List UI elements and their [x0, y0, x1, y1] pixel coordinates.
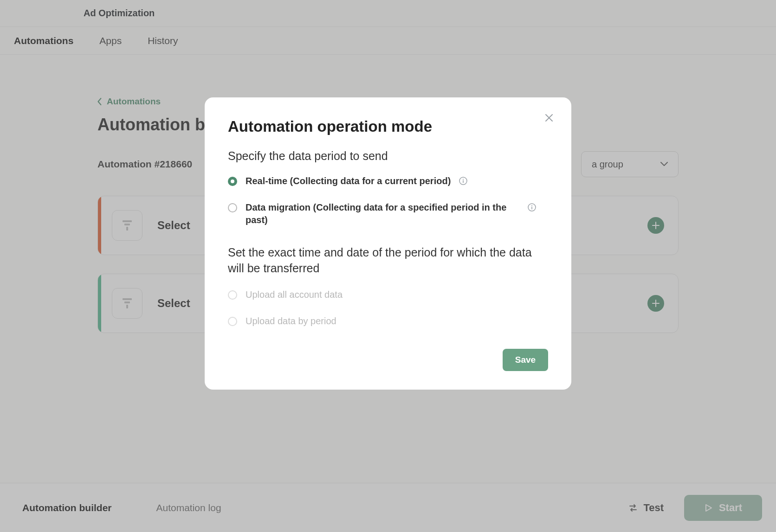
svg-rect-11 — [531, 207, 532, 210]
radio-input[interactable] — [228, 203, 237, 212]
operation-mode-modal: Automation operation mode Specify the da… — [205, 97, 571, 390]
radio-label: Real-time (Collecting data for a current… — [246, 175, 451, 187]
radio-label: Upload all account data — [246, 288, 343, 301]
info-icon[interactable] — [528, 203, 536, 212]
radio-input[interactable] — [228, 177, 237, 186]
radio-label: Upload data by period — [246, 315, 336, 327]
radio-migration[interactable]: Data migration (Collecting data for a sp… — [228, 201, 548, 226]
svg-point-10 — [531, 205, 532, 206]
radio-upload-period: Upload data by period — [228, 315, 548, 327]
radio-realtime[interactable]: Real-time (Collecting data for a current… — [228, 175, 548, 187]
save-button-label: Save — [515, 355, 536, 365]
modal-section-1: Specify the data period to send — [228, 149, 548, 163]
modal-actions: Save — [228, 349, 548, 371]
close-button[interactable] — [544, 113, 554, 124]
info-icon[interactable] — [459, 177, 467, 185]
save-button[interactable]: Save — [503, 349, 548, 371]
modal-title: Automation operation mode — [228, 118, 548, 135]
close-icon — [544, 113, 554, 122]
modal-overlay[interactable]: Automation operation mode Specify the da… — [0, 0, 776, 532]
svg-point-7 — [463, 179, 464, 180]
radio-label: Data migration (Collecting data for a sp… — [246, 201, 519, 226]
modal-section-2: Set the exact time and date of the perio… — [228, 245, 548, 276]
radio-input — [228, 290, 237, 300]
radio-upload-all: Upload all account data — [228, 288, 548, 301]
svg-rect-8 — [463, 180, 464, 183]
radio-input — [228, 317, 237, 326]
